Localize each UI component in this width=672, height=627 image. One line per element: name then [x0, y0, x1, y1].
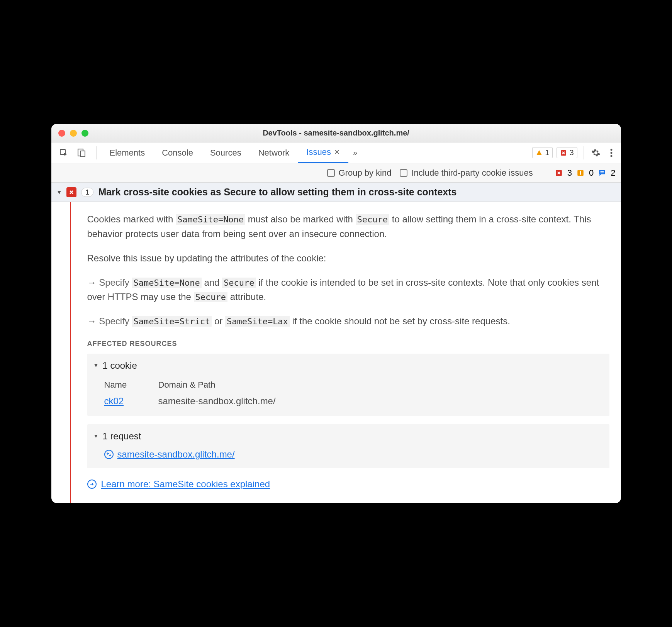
code-snippet: SameSite=None: [176, 214, 245, 225]
toolbar-divider: [96, 146, 97, 159]
code-snippet: SameSite=Lax: [225, 316, 290, 327]
svg-point-4: [610, 149, 612, 151]
message-icon: [598, 169, 606, 177]
warning-count: 1: [545, 148, 549, 157]
issue-count: 1: [81, 188, 93, 197]
errors-pill[interactable]: 3: [557, 147, 577, 158]
cookies-table: Name Domain & Path ck02 samesite-sandbox…: [104, 377, 603, 409]
svg-rect-2: [81, 151, 85, 157]
issue-header[interactable]: ▼ 1 Mark cross-site cookies as Secure to…: [51, 183, 621, 202]
affected-resources-label: AFFECTED RESOURCES: [87, 339, 609, 349]
more-options-button[interactable]: [606, 147, 617, 159]
warning-icon: [536, 149, 543, 156]
checkbox-icon: [327, 169, 335, 177]
close-icon[interactable]: ✕: [334, 148, 340, 156]
code-snippet: SameSite=None: [132, 278, 202, 288]
info-icon: [577, 169, 584, 177]
devtools-window: DevTools - samesite-sandbox.glitch.me/ E…: [51, 124, 621, 503]
inspect-icon[interactable]: [58, 147, 69, 158]
error-badge-icon: [66, 187, 76, 197]
device-toolbar-icon[interactable]: [76, 147, 87, 158]
issue-title: Mark cross-site cookies as Secure to all…: [98, 186, 456, 198]
error-count: 3: [569, 148, 574, 157]
more-tabs-icon[interactable]: »: [353, 148, 357, 157]
tab-issues[interactable]: Issues ✕: [298, 142, 348, 163]
card-header[interactable]: ▼ 1 cookie: [93, 358, 603, 373]
cookies-count: 1 cookie: [102, 358, 137, 373]
column-domain: Domain & Path: [158, 377, 603, 393]
expand-icon: ▼: [57, 189, 62, 195]
issue-counts: 3 0 2: [555, 168, 616, 178]
cookie-domain: samesite-sandbox.glitch.me/: [158, 393, 603, 409]
filter-bar: Group by kind Include third-party cookie…: [51, 163, 621, 183]
toolbar-divider: [584, 146, 584, 159]
affected-requests-card: ▼ 1 request samesite-sandbox.glitch.me/: [87, 424, 609, 468]
expand-icon: ▼: [93, 432, 99, 441]
affected-cookies-card: ▼ 1 cookie Name Domain & Path ck02 sames…: [87, 354, 609, 415]
window-title: DevTools - samesite-sandbox.glitch.me/: [51, 129, 621, 137]
svg-rect-11: [601, 171, 604, 172]
issue-paragraph: Resolve this issue by updating the attri…: [87, 251, 609, 265]
requests-count: 1 request: [102, 429, 141, 443]
issue-body: Cookies marked with SameSite=None must a…: [51, 202, 621, 503]
include-third-party-label: Include third-party cookie issues: [411, 168, 533, 178]
learn-more-row: Learn more: SameSite cookies explained: [87, 477, 609, 491]
tab-issues-label: Issues: [306, 147, 331, 157]
arrow-right-icon: [87, 480, 97, 489]
filter-divider: [544, 166, 544, 180]
issue-bullet: → Specify SameSite=None and Secure if th…: [87, 275, 609, 304]
learn-more-link[interactable]: Learn more: SameSite cookies explained: [101, 477, 270, 491]
checkbox-icon: [400, 169, 407, 177]
code-snippet: Secure: [222, 278, 256, 288]
filter-errors: 3: [567, 168, 572, 178]
tab-elements[interactable]: Elements: [101, 142, 154, 163]
filter-chat: 2: [611, 168, 615, 178]
code-snippet: Secure: [356, 214, 389, 225]
include-third-party-checkbox[interactable]: Include third-party cookie issues: [400, 168, 533, 178]
svg-rect-12: [601, 173, 604, 173]
error-icon: [560, 149, 567, 156]
group-by-kind-label: Group by kind: [339, 168, 392, 178]
group-by-kind-checkbox[interactable]: Group by kind: [327, 168, 392, 178]
issue-bullet: → Specify SameSite=Strict or SameSite=La…: [87, 314, 609, 328]
filter-info: 0: [589, 168, 594, 178]
column-name: Name: [104, 377, 151, 393]
tab-network[interactable]: Network: [250, 142, 298, 163]
cookie-name-link[interactable]: ck02: [104, 396, 124, 406]
svg-rect-9: [580, 171, 581, 174]
code-snippet: Secure: [194, 292, 227, 302]
request-row: samesite-sandbox.glitch.me/: [104, 447, 603, 461]
network-icon: [104, 450, 114, 459]
tab-console[interactable]: Console: [153, 142, 202, 163]
code-snippet: SameSite=Strict: [132, 316, 212, 327]
table-row: ck02 samesite-sandbox.glitch.me/: [104, 393, 603, 409]
warnings-pill[interactable]: 1: [532, 147, 553, 158]
svg-point-6: [610, 155, 612, 157]
settings-button[interactable]: [590, 147, 602, 159]
expand-icon: ▼: [93, 361, 99, 370]
svg-rect-10: [580, 174, 581, 175]
issue-paragraph: Cookies marked with SameSite=None must a…: [87, 212, 609, 241]
panel-tabs: Elements Console Sources Network Issues …: [101, 142, 358, 163]
main-toolbar: Elements Console Sources Network Issues …: [51, 142, 621, 163]
titlebar: DevTools - samesite-sandbox.glitch.me/: [51, 124, 621, 142]
tab-sources[interactable]: Sources: [202, 142, 250, 163]
svg-point-5: [610, 152, 612, 154]
request-url-link[interactable]: samesite-sandbox.glitch.me/: [117, 447, 235, 461]
card-header[interactable]: ▼ 1 request: [93, 429, 603, 443]
error-icon: [555, 169, 563, 177]
